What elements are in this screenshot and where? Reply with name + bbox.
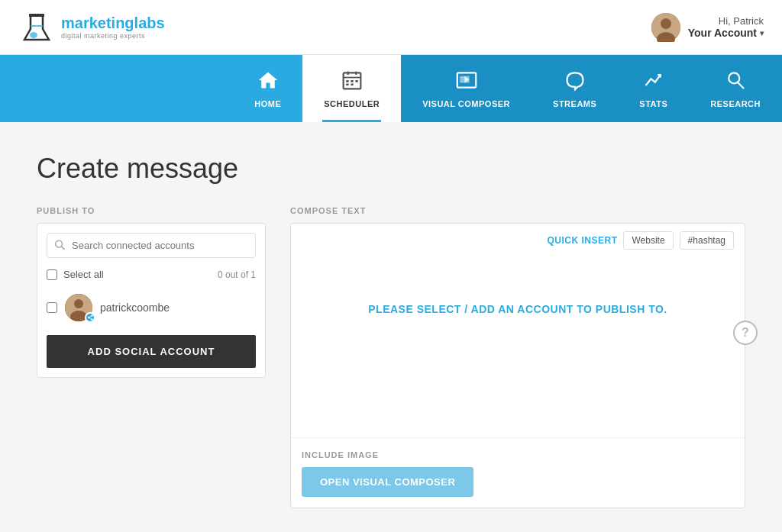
svg-point-2 [30, 32, 37, 38]
svg-rect-1 [29, 14, 44, 17]
main-nav: HOME SCHEDULER [0, 55, 782, 122]
open-visual-composer-button[interactable]: OPEN VISUAL COMPOSER [302, 467, 473, 497]
compose-spacer [291, 361, 745, 437]
compose-box: QUICK INSERT Website #hashtag PLEASE SEL… [290, 223, 745, 508]
svg-line-22 [62, 247, 65, 250]
account-name: patrickcoombe [100, 301, 170, 314]
account-row: patrickcoombe [47, 289, 256, 326]
quick-insert-website-button[interactable]: Website [623, 231, 673, 250]
nav-item-home[interactable]: HOME [233, 55, 302, 122]
user-info: Hi, Patrick Your Account ▾ [688, 15, 764, 39]
include-image-label: INCLUDE IMAGE [302, 450, 734, 459]
nav-label-research: RESEARCH [710, 99, 761, 108]
search-icon [54, 239, 65, 252]
search-wrap [47, 233, 256, 258]
scheduler-icon [341, 69, 363, 95]
logo-brand: marketinglabs [61, 14, 165, 32]
user-menu[interactable]: Hi, Patrick Your Account ▾ [651, 13, 764, 42]
svg-line-29 [89, 316, 92, 318]
nav-item-research[interactable]: RESEARCH [689, 55, 782, 122]
visual-composer-icon [455, 69, 478, 95]
header: marketinglabs digital marketing experts … [0, 0, 782, 55]
social-badge-icon [85, 312, 95, 323]
publish-to-panel: PUBLISH TO S [37, 206, 266, 508]
nav-label-scheduler: SCHEDULER [324, 99, 380, 108]
stats-icon [643, 69, 664, 95]
account-avatar-wrap [65, 294, 92, 321]
logo-tagline: digital marketing experts [61, 32, 165, 40]
nav-item-streams[interactable]: STREAMS [532, 55, 618, 122]
research-icon [725, 69, 746, 95]
user-greeting: Hi, Patrick [688, 15, 764, 27]
logo-text: marketinglabs digital marketing experts [61, 14, 165, 40]
publish-box: Select all 0 out of 1 [37, 223, 266, 378]
user-account-label: Your Account ▾ [688, 27, 764, 39]
publish-to-label: PUBLISH TO [37, 206, 266, 215]
compose-label: COMPOSE TEXT [290, 206, 745, 215]
user-avatar [651, 13, 680, 42]
logo-icon [18, 9, 55, 46]
home-icon [257, 69, 279, 95]
content-area: PUBLISH TO S [37, 206, 745, 508]
quick-insert-hashtag-button[interactable]: #hashtag [680, 231, 734, 250]
main-content: Create message PUBLISH TO [0, 122, 782, 532]
include-image-section: INCLUDE IMAGE OPEN VISUAL COMPOSER [291, 437, 745, 508]
svg-rect-11 [346, 80, 349, 82]
account-checkbox[interactable] [47, 302, 57, 313]
svg-point-5 [661, 18, 671, 29]
svg-line-20 [738, 82, 744, 88]
dropdown-arrow-icon: ▾ [760, 29, 764, 37]
svg-point-24 [74, 299, 83, 308]
nav-item-scheduler[interactable]: SCHEDULER [302, 55, 401, 122]
compose-panel: COMPOSE TEXT QUICK INSERT Website #hasht… [290, 206, 745, 508]
svg-line-30 [89, 318, 92, 319]
nav-label-home: HOME [254, 99, 281, 108]
search-input[interactable] [47, 233, 256, 258]
nav-right: VISUAL COMPOSER STREAMS STATS [401, 55, 782, 122]
add-social-account-button[interactable]: ADD SOCIAL ACCOUNT [47, 335, 256, 368]
quick-insert-label: QUICK INSERT [547, 235, 617, 246]
compose-message-area: PLEASE SELECT / ADD AN ACCOUNT TO PUBLIS… [291, 257, 745, 361]
nav-label-stats: STATS [639, 99, 667, 108]
select-all-row: Select all 0 out of 1 [47, 266, 256, 283]
streams-icon [564, 69, 586, 95]
nav-item-visual-composer[interactable]: VISUAL COMPOSER [401, 55, 532, 122]
nav-item-stats[interactable]: STATS [618, 55, 689, 122]
svg-rect-14 [346, 83, 349, 85]
svg-rect-15 [351, 83, 354, 85]
nav-label-visual-composer: VISUAL COMPOSER [422, 99, 510, 108]
select-all-label[interactable]: Select all [47, 269, 104, 280]
svg-rect-13 [355, 80, 358, 82]
logo: marketinglabs digital marketing experts [18, 9, 165, 46]
select-all-checkbox[interactable] [47, 269, 57, 280]
account-count: 0 out of 1 [218, 269, 256, 280]
nav-label-streams: STREAMS [553, 99, 596, 108]
please-select-message: PLEASE SELECT / ADD AN ACCOUNT TO PUBLIS… [368, 303, 667, 315]
quick-insert-bar: QUICK INSERT Website #hashtag [291, 224, 745, 257]
svg-rect-12 [351, 80, 354, 82]
page-title: Create message [37, 153, 745, 185]
help-button[interactable]: ? [733, 321, 758, 345]
svg-point-19 [729, 73, 739, 83]
